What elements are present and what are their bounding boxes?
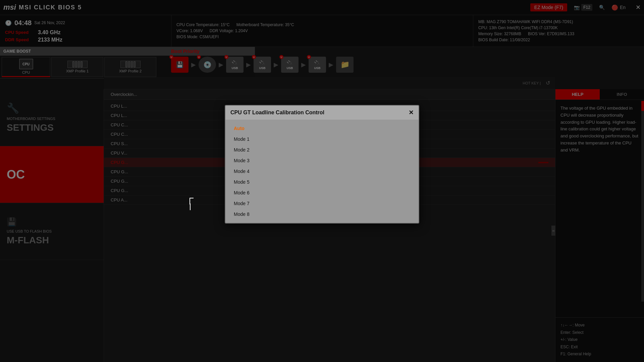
modal-option-mode3[interactable]: Mode 3 [229, 155, 415, 166]
modal-option-mode1[interactable]: Mode 1 [229, 134, 415, 144]
modal-option-mode7[interactable]: Mode 7 [229, 198, 415, 209]
modal-option-mode2[interactable]: Mode 2 [229, 144, 415, 155]
modal-option-mode8[interactable]: Mode 8 [229, 209, 415, 220]
modal-option-mode6[interactable]: Mode 6 [229, 187, 415, 198]
modal-title-bar: CPU GT Loadline Calibration Control ✕ [225, 106, 419, 120]
modal-option-mode5[interactable]: Mode 5 [229, 177, 415, 187]
modal-title: CPU GT Loadline Calibration Control [230, 110, 324, 116]
modal-option-mode4[interactable]: Mode 4 [229, 166, 415, 177]
modal-body: Auto Mode 1 Mode 2 Mode 3 Mode 4 Mode 5 … [225, 120, 419, 223]
modal-option-auto[interactable]: Auto [229, 123, 415, 134]
modal-overlay: CPU GT Loadline Calibration Control ✕ Au… [0, 0, 644, 362]
modal-close-button[interactable]: ✕ [409, 109, 414, 116]
modal-dialog: CPU GT Loadline Calibration Control ✕ Au… [225, 105, 419, 224]
